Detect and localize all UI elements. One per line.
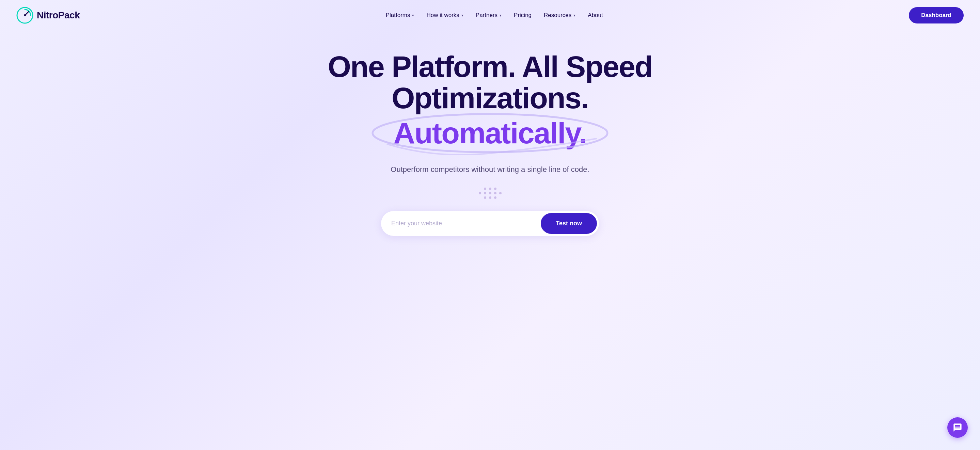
nav-item-platforms[interactable]: Platforms ▾ [386, 12, 414, 19]
dot [494, 188, 496, 190]
logo-icon [16, 7, 33, 24]
nav-item-pricing[interactable]: Pricing [514, 12, 531, 19]
chevron-down-icon: ▾ [412, 13, 414, 18]
chat-support-button[interactable] [947, 417, 968, 438]
hero-section: One Platform. All Speed Optimizations. A… [0, 31, 980, 263]
dot [484, 192, 486, 194]
hero-title: One Platform. All Speed Optimizations. A… [286, 51, 694, 149]
chevron-down-icon: ▾ [573, 13, 576, 18]
url-search-bar: Test now [381, 211, 599, 236]
chat-icon [953, 423, 962, 432]
dot [494, 196, 496, 199]
nav-item-resources[interactable]: Resources ▾ [544, 12, 576, 19]
test-now-button[interactable]: Test now [541, 213, 597, 234]
main-nav: NitroPack Platforms ▾ How it works ▾ Par… [0, 0, 980, 31]
dot [484, 196, 486, 199]
chevron-down-icon: ▾ [500, 13, 501, 18]
dot [479, 192, 481, 194]
logo-text: NitroPack [37, 10, 80, 21]
logo[interactable]: NitroPack [16, 7, 80, 24]
hero-subtitle: Outperform competitors without writing a… [391, 165, 589, 174]
dot [489, 196, 492, 199]
dashboard-button[interactable]: Dashboard [909, 7, 964, 24]
hero-line1: One Platform. [328, 50, 515, 83]
dots-decoration [479, 188, 501, 199]
dot [484, 188, 486, 190]
svg-point-2 [24, 14, 26, 16]
nav-item-partners[interactable]: Partners ▾ [476, 12, 501, 19]
website-url-input[interactable] [381, 212, 539, 235]
nav-links: Platforms ▾ How it works ▾ Partners ▾ Pr… [386, 12, 603, 19]
dot [499, 192, 501, 194]
nav-item-how-it-works[interactable]: How it works ▾ [426, 12, 463, 19]
chevron-down-icon: ▾ [461, 13, 463, 18]
dot [489, 188, 492, 190]
dot [489, 192, 492, 194]
hero-line3: Automatically. [286, 118, 694, 149]
dot [494, 192, 496, 194]
nav-item-about[interactable]: About [588, 12, 603, 19]
